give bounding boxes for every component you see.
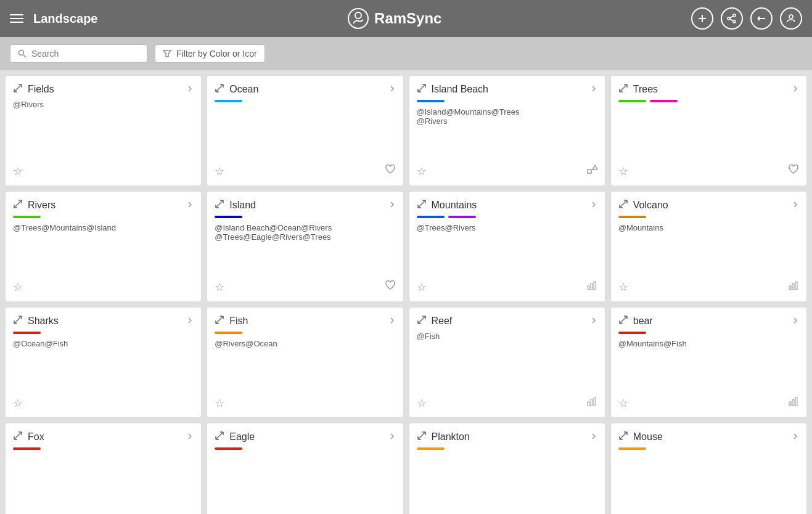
chevron-right-icon[interactable] bbox=[792, 316, 799, 326]
svg-point-13 bbox=[19, 51, 24, 55]
expand-icon[interactable] bbox=[618, 199, 628, 211]
svg-rect-69 bbox=[789, 286, 791, 290]
chevron-right-icon[interactable] bbox=[186, 432, 194, 442]
card-tags: @Mountains bbox=[618, 223, 799, 275]
star-icon[interactable]: ☆ bbox=[215, 396, 224, 410]
chevron-right-icon[interactable] bbox=[388, 316, 396, 326]
svg-line-87 bbox=[422, 316, 425, 320]
shape-icon[interactable] bbox=[586, 164, 597, 178]
star-icon[interactable]: ☆ bbox=[13, 280, 23, 294]
card-tags: @Trees@Rivers bbox=[417, 223, 597, 275]
chevron-right-icon[interactable] bbox=[186, 84, 194, 94]
header: Landscape RamSync bbox=[0, 0, 812, 37]
chart-icon[interactable] bbox=[586, 280, 597, 294]
color-bar bbox=[618, 216, 646, 218]
svg-line-45 bbox=[18, 200, 22, 204]
svg-line-66 bbox=[623, 200, 627, 204]
expand-icon[interactable] bbox=[215, 83, 224, 95]
expand-icon[interactable] bbox=[215, 315, 224, 327]
user-button[interactable] bbox=[780, 7, 802, 30]
color-bar bbox=[618, 332, 646, 334]
star-icon[interactable]: ☆ bbox=[13, 396, 23, 410]
toolbar: Filter by Color or Icor bbox=[0, 37, 812, 70]
chevron-right-icon[interactable] bbox=[388, 432, 396, 442]
svg-rect-92 bbox=[594, 398, 596, 406]
heart-icon[interactable] bbox=[788, 164, 799, 178]
card-eagle: Eagle ☆ bbox=[207, 423, 403, 514]
svg-line-78 bbox=[216, 320, 219, 324]
svg-line-25 bbox=[219, 84, 223, 88]
chevron-right-icon[interactable] bbox=[186, 200, 194, 210]
filter-container[interactable]: Filter by Color or Icor bbox=[155, 44, 265, 63]
expand-icon[interactable] bbox=[417, 431, 427, 443]
star-icon[interactable]: ☆ bbox=[618, 280, 628, 294]
star-icon[interactable]: ☆ bbox=[417, 165, 427, 178]
expand-icon[interactable] bbox=[417, 83, 427, 95]
svg-rect-100 bbox=[792, 399, 794, 406]
svg-point-4 bbox=[733, 14, 736, 17]
chart-icon[interactable] bbox=[788, 396, 799, 410]
svg-rect-91 bbox=[591, 399, 593, 406]
chevron-right-icon[interactable] bbox=[388, 84, 396, 94]
search-input[interactable] bbox=[31, 49, 139, 59]
color-bars bbox=[618, 100, 799, 102]
card-title: Island bbox=[229, 200, 256, 211]
star-icon[interactable]: ☆ bbox=[618, 396, 628, 410]
card-footer: ☆ bbox=[215, 507, 395, 514]
search-container[interactable] bbox=[10, 44, 147, 63]
svg-line-19 bbox=[18, 84, 22, 88]
star-icon[interactable]: ☆ bbox=[417, 396, 427, 410]
chevron-right-icon[interactable] bbox=[792, 200, 799, 210]
svg-line-114 bbox=[418, 436, 422, 439]
svg-marker-35 bbox=[593, 165, 597, 169]
svg-line-22 bbox=[216, 88, 219, 92]
card-footer: ☆ bbox=[618, 159, 799, 178]
chevron-right-icon[interactable] bbox=[590, 316, 597, 326]
expand-icon[interactable] bbox=[13, 315, 23, 327]
chevron-right-icon[interactable] bbox=[792, 432, 799, 442]
expand-icon[interactable] bbox=[215, 431, 224, 443]
hamburger-menu[interactable] bbox=[10, 14, 23, 23]
svg-line-39 bbox=[623, 84, 627, 88]
logo-icon bbox=[347, 7, 369, 30]
chart-icon[interactable] bbox=[586, 396, 597, 410]
expand-icon[interactable] bbox=[618, 83, 628, 95]
chevron-right-icon[interactable] bbox=[792, 84, 799, 94]
svg-point-6 bbox=[733, 20, 736, 23]
card-fish: Fish @Rivers@Ocean☆ bbox=[207, 307, 403, 418]
star-icon[interactable]: ☆ bbox=[417, 280, 427, 294]
star-icon[interactable]: ☆ bbox=[215, 165, 224, 178]
star-icon[interactable]: ☆ bbox=[13, 165, 23, 178]
color-bar bbox=[215, 100, 242, 102]
star-icon[interactable]: ☆ bbox=[215, 280, 224, 294]
expand-icon[interactable] bbox=[417, 315, 427, 327]
card-title: Fields bbox=[28, 84, 54, 95]
card-footer: ☆ bbox=[618, 391, 799, 410]
chart-icon[interactable] bbox=[788, 280, 799, 294]
chevron-right-icon[interactable] bbox=[388, 200, 396, 210]
expand-icon[interactable] bbox=[13, 431, 23, 443]
heart-icon[interactable] bbox=[385, 164, 396, 178]
color-bars bbox=[618, 332, 799, 334]
expand-icon[interactable] bbox=[618, 315, 628, 327]
star-icon[interactable]: ☆ bbox=[618, 165, 628, 178]
chevron-right-icon[interactable] bbox=[590, 432, 597, 442]
card-mountains: Mountains @Trees@Rivers☆ bbox=[409, 191, 605, 302]
expand-icon[interactable] bbox=[13, 83, 23, 95]
card-title: Eagle bbox=[229, 431, 255, 443]
heart-icon[interactable] bbox=[385, 280, 396, 294]
expand-icon[interactable] bbox=[13, 199, 23, 211]
expand-icon[interactable] bbox=[215, 199, 224, 211]
card-header: Fox bbox=[13, 431, 194, 443]
expand-icon[interactable] bbox=[417, 199, 427, 211]
chevron-right-icon[interactable] bbox=[590, 200, 597, 210]
card-tags: @Trees@Mountains@Island bbox=[13, 223, 194, 275]
share-button[interactable] bbox=[721, 7, 743, 30]
chevron-right-icon[interactable] bbox=[590, 84, 597, 94]
sync-button[interactable] bbox=[750, 7, 773, 30]
add-button[interactable] bbox=[691, 7, 713, 30]
expand-icon[interactable] bbox=[618, 431, 628, 443]
svg-line-81 bbox=[219, 316, 223, 320]
chevron-right-icon[interactable] bbox=[186, 316, 194, 326]
card-footer: ☆ bbox=[417, 275, 597, 294]
